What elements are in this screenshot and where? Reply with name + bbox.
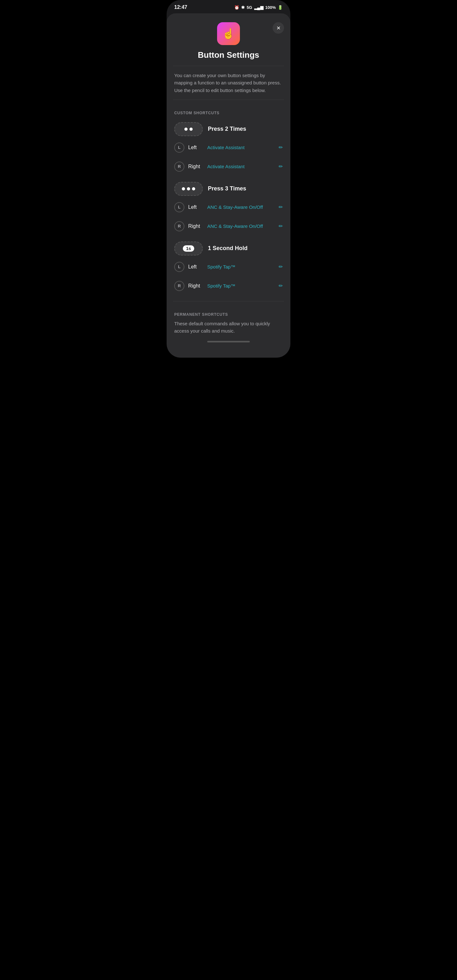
press2-left-edit[interactable]: ✏ [279,145,283,150]
bluetooth-icon: ✱ [241,5,245,10]
status-icons: ⏰ ✱ 5G ▂▄▆ 100% 🔋 [234,5,283,10]
hold1s-left-action: Spotify Tap™ [207,264,275,269]
hold1s-left-badge: L [174,262,185,272]
press2-left-row: L Left Activate Assistant ✏ [167,138,290,157]
press3-right-row: R Right ANC & Stay-Aware On/Off ✏ [167,217,290,236]
phone-screen: 12:47 ⏰ ✱ 5G ▂▄▆ 100% 🔋 ☝️ ✕ Button Sett… [167,0,290,358]
hold1s-left-name: Left [188,264,204,270]
modal-content: ☝️ ✕ Button Settings You can create your… [167,13,290,358]
press2-right-name: Right [188,164,204,169]
dot1 [185,127,188,131]
press3-right-name: Right [188,223,204,229]
dot3 [192,187,195,191]
press3-left-row: L Left ANC & Stay-Aware On/Off ✏ [167,198,290,217]
press3-left-badge: L [174,202,185,212]
hold1s-right-row: R Right Spotify Tap™ ✏ [167,277,290,296]
press3-right-action: ANC & Stay-Aware On/Off [207,223,275,229]
press2-row: Press 2 Times [167,119,290,138]
home-bar [207,341,250,342]
battery-label: 100% [265,5,276,10]
home-indicator-area [167,337,290,345]
close-button[interactable]: ✕ [272,22,284,33]
icon-area: ☝️ ✕ [167,13,290,45]
signal-icon: ▂▄▆ [254,5,263,10]
press2-label: Press 2 Times [208,126,246,132]
dot2 [187,187,190,191]
press3-right-badge: R [174,221,185,231]
divider-desc [173,100,284,100]
press2-right-badge: R [174,162,185,172]
app-icon: ☝️ [217,22,240,45]
hold1s-left-edit[interactable]: ✏ [279,264,283,270]
status-time: 12:47 [174,5,187,10]
custom-shortcuts-label: CUSTOM SHORTCUTS [167,106,290,119]
press3-left-edit[interactable]: ✏ [279,204,283,210]
press2-group: Press 2 Times L Left Activate Assistant … [167,119,290,176]
hand-icon: ☝️ [222,28,235,40]
dot1 [182,187,185,191]
hold-badge: 1s [183,245,194,252]
network-label: 5G [247,5,252,10]
press3-indicator [174,182,203,196]
hold1s-right-edit[interactable]: ✏ [279,283,283,289]
permanent-section: PERMANENT SHORTCUTS These default comman… [167,307,290,337]
dot2 [189,127,193,131]
permanent-label: PERMANENT SHORTCUTS [174,312,283,317]
close-icon: ✕ [276,25,280,31]
battery-icon: 🔋 [278,5,283,10]
status-bar: 12:47 ⏰ ✱ 5G ▂▄▆ 100% 🔋 [167,0,290,12]
hold1s-indicator: 1s [174,242,203,256]
press3-group: Press 3 Times L Left ANC & Stay-Aware On… [167,179,290,236]
description-text: You can create your own button settings … [167,72,290,94]
permanent-description: These default commands allow you to quic… [174,320,283,335]
press3-left-name: Left [188,204,204,210]
hold1s-label: 1 Second Hold [208,245,248,252]
press3-row: Press 3 Times [167,179,290,198]
press2-left-name: Left [188,145,204,150]
hold1s-right-badge: R [174,281,185,291]
press3-label: Press 3 Times [208,185,246,192]
hold1s-left-row: L Left Spotify Tap™ ✏ [167,258,290,277]
divider-top [173,66,284,66]
alarm-icon: ⏰ [234,5,239,10]
press3-right-edit[interactable]: ✏ [279,223,283,229]
press2-right-action: Activate Assistant [207,164,275,169]
press2-left-action: Activate Assistant [207,145,275,150]
press2-left-badge: L [174,143,185,153]
hold1s-row: 1s 1 Second Hold [167,238,290,258]
hold1s-right-name: Right [188,283,204,289]
page-title: Button Settings [167,50,290,60]
hold1s-right-action: Spotify Tap™ [207,283,275,288]
press3-left-action: ANC & Stay-Aware On/Off [207,204,275,210]
press2-right-edit[interactable]: ✏ [279,164,283,169]
hold1s-group: 1s 1 Second Hold L Left Spotify Tap™ ✏ R… [167,238,290,296]
press2-indicator [174,122,203,136]
press2-right-row: R Right Activate Assistant ✏ [167,157,290,176]
